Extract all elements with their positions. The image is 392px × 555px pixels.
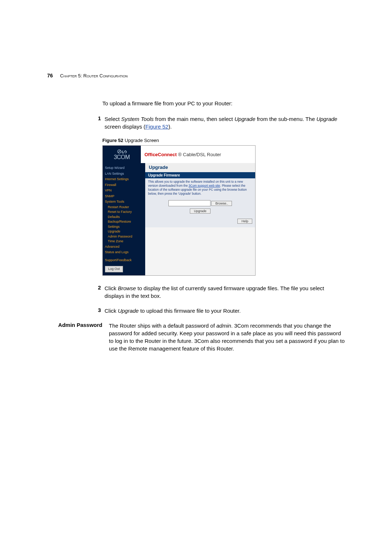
content-pane: Upgrade Upgrade Firmware This allows you… <box>145 163 255 275</box>
nav-lan-settings[interactable]: LAN Settings <box>105 171 143 177</box>
nav-support-feedback[interactable]: Support/Feedback <box>105 258 143 263</box>
admin-password-section: Admin Password The Router ships with a d… <box>47 322 345 352</box>
intro-text: To upload a firmware file from your PC t… <box>102 100 345 106</box>
nav-vpn[interactable]: VPN <box>105 188 143 194</box>
page-header: 76 Chapter 5: Router Configuration <box>47 73 345 78</box>
page-number: 76 <box>47 73 53 78</box>
step-1: 1 Select System Tools from the main menu… <box>91 115 345 130</box>
page: 76 Chapter 5: Router Configuration To up… <box>0 0 392 374</box>
help-button[interactable]: Help <box>237 219 252 224</box>
figure-link[interactable]: Figure 52 <box>146 123 168 130</box>
figure-caption: Figure 52 Upgrade Screen <box>102 138 345 143</box>
nav-admin-password[interactable]: Admin Password <box>105 234 143 239</box>
nav-internet-settings[interactable]: Internet Settings <box>105 177 143 182</box>
section-body: The Router ships with a default password… <box>109 322 345 352</box>
step-3: 3 Click Upgrade to upload this firmware … <box>91 307 345 315</box>
nav-setup-wizard[interactable]: Setup Wizard <box>105 165 143 171</box>
chapter-title: Chapter 5: Router Configuration <box>60 73 128 78</box>
nav-advanced[interactable]: Advanced <box>105 244 143 250</box>
nav-time-zone[interactable]: Time Zone <box>105 239 143 244</box>
nav-backup-restore[interactable]: Backup/Restore Settings <box>105 219 143 229</box>
browse-button[interactable]: Browse.. <box>211 201 232 206</box>
nav-firewall[interactable]: Firewall <box>105 182 143 188</box>
step-number: 2 <box>91 284 101 300</box>
upgrade-description: This allows you to upgrade the software … <box>145 178 255 199</box>
logout-button[interactable]: Log Out <box>105 266 123 272</box>
file-path-input[interactable] <box>168 200 211 206</box>
step-text: Select System Tools from the main menu, … <box>105 115 345 130</box>
nav-system-tools[interactable]: System Tools <box>105 199 143 205</box>
nav-upgrade[interactable]: Upgrade <box>105 229 143 234</box>
screenshot-header: ⊘ᔕ 3COM OfficeConnect® Cable/DSL Router <box>103 146 255 163</box>
step-2: 2 Click Browse to display the list of cu… <box>91 284 345 300</box>
section-heading: Admin Password <box>47 322 109 352</box>
support-site-link[interactable]: 3Com support web site <box>189 184 220 187</box>
step-number: 1 <box>91 115 101 130</box>
content-heading: Upgrade <box>145 163 255 172</box>
step-text: Click Browse to display the list of curr… <box>105 284 345 300</box>
sidebar-nav: Setup Wizard LAN Settings Internet Setti… <box>103 163 145 275</box>
screenshot-body: Setup Wizard LAN Settings Internet Setti… <box>103 163 255 275</box>
nav-status-logs[interactable]: Status and Logs <box>105 250 143 255</box>
brand-logo: ⊘ᔕ 3COM <box>103 146 141 163</box>
upgrade-button[interactable]: Upgrade <box>190 208 211 214</box>
section-bar: Upgrade Firmware <box>145 172 255 178</box>
step-text: Click Upgrade to upload this firmware fi… <box>105 307 345 315</box>
help-row: Help <box>145 216 255 227</box>
upgrade-screenshot: ⊘ᔕ 3COM OfficeConnect® Cable/DSL Router … <box>102 145 256 276</box>
nav-snmp[interactable]: SNMP <box>105 194 143 199</box>
logo-swirl-icon: ⊘ᔕ <box>117 149 127 154</box>
product-title: OfficeConnect® Cable/DSL Router <box>141 146 255 163</box>
nav-restart-router[interactable]: Restart Router <box>105 205 143 210</box>
nav-reset-factory[interactable]: Reset to Factory Defaults <box>105 210 143 219</box>
step-number: 3 <box>91 307 101 315</box>
upgrade-form: Browse.. Upgrade <box>145 199 255 216</box>
